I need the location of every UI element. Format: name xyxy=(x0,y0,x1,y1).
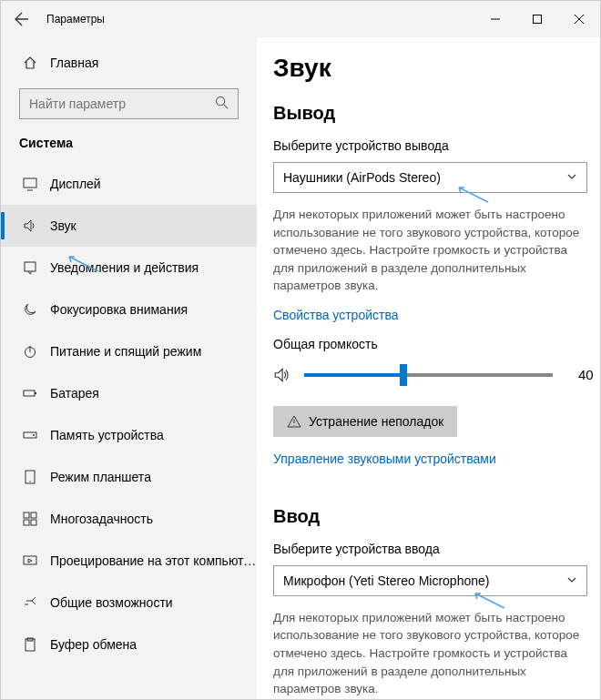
device-properties-link[interactable]: Свойства устройства xyxy=(273,308,399,322)
storage-icon xyxy=(19,428,41,442)
display-icon xyxy=(19,177,41,191)
svg-rect-5 xyxy=(24,391,35,396)
titlebar: Параметры xyxy=(1,1,600,37)
search-icon xyxy=(215,96,229,112)
maximize-icon xyxy=(533,15,542,24)
svg-point-10 xyxy=(29,481,30,482)
svg-rect-12 xyxy=(31,512,36,518)
home-label: Главная xyxy=(41,56,98,70)
multitask-icon xyxy=(19,512,41,526)
svg-rect-13 xyxy=(24,520,29,525)
project-icon xyxy=(19,553,41,568)
nav-sound[interactable]: Звук xyxy=(1,205,257,247)
nav-display[interactable]: Дисплей xyxy=(1,163,257,205)
close-icon xyxy=(575,15,584,24)
warning-icon xyxy=(287,414,301,429)
volume-value: 40 xyxy=(560,367,587,382)
sidebar: Главная Система Дисплей Звук Уведомления… xyxy=(1,37,257,700)
slider-fill xyxy=(304,373,403,377)
volume-icon[interactable] xyxy=(273,367,297,383)
svg-rect-3 xyxy=(25,262,36,271)
slider-thumb[interactable] xyxy=(400,364,407,386)
window-title: Параметры xyxy=(43,13,474,25)
input-device-dropdown[interactable]: Микрофон (Yeti Stereo Microphone) xyxy=(273,565,587,596)
svg-rect-14 xyxy=(31,520,36,525)
volume-slider[interactable] xyxy=(304,373,553,377)
search-box[interactable] xyxy=(19,88,239,119)
svg-point-8 xyxy=(33,434,35,436)
arrow-left-icon xyxy=(15,12,29,26)
volume-label: Общая громкость xyxy=(273,337,587,351)
output-device-value: Наушники (AirPods Stereo) xyxy=(283,170,441,185)
output-section: Вывод Выберите устройство вывода Наушник… xyxy=(273,103,584,481)
output-help-text: Для некоторых приложений может быть наст… xyxy=(273,206,587,295)
input-device-label: Выберите устройства ввода xyxy=(273,542,584,556)
output-heading: Вывод xyxy=(273,103,584,124)
nav-tablet[interactable]: Режим планшета xyxy=(1,456,257,498)
power-icon xyxy=(19,344,41,359)
nav-focus[interactable]: Фокусировка внимания xyxy=(1,289,257,330)
output-device-dropdown[interactable]: Наушники (AirPods Stereo) xyxy=(273,162,587,193)
svg-rect-2 xyxy=(24,178,36,188)
nav-multitask[interactable]: Многозадачность xyxy=(1,498,257,540)
manage-devices-link[interactable]: Управление звуковыми устройствами xyxy=(273,451,496,466)
clipboard-icon xyxy=(19,637,41,652)
battery-icon xyxy=(19,386,41,401)
volume-slider-row: 40 xyxy=(273,360,587,390)
back-button[interactable] xyxy=(1,1,43,37)
nav-project[interactable]: Проецирование на этот компьютер xyxy=(1,540,257,582)
input-help-text: Для некоторых приложений может быть наст… xyxy=(273,609,587,698)
content-pane: Звук Вывод Выберите устройство вывода На… xyxy=(257,37,600,700)
sound-icon xyxy=(19,218,41,233)
minimize-icon xyxy=(491,15,500,24)
tablet-icon xyxy=(19,470,41,484)
nav-clipboard[interactable]: Буфер обмена xyxy=(1,624,257,665)
category-header: Система xyxy=(1,136,257,163)
input-section: Ввод Выберите устройства ввода Микрофон … xyxy=(273,506,584,698)
shared-icon xyxy=(19,595,41,610)
nav-power[interactable]: Питание и спящий режим xyxy=(1,330,257,372)
output-device-label: Выберите устройство вывода xyxy=(273,138,584,153)
chevron-down-icon xyxy=(566,170,577,185)
input-heading: Ввод xyxy=(273,506,584,527)
notifications-icon xyxy=(19,260,41,275)
troubleshoot-button[interactable]: Устранение неполадок xyxy=(273,406,457,437)
search-input[interactable] xyxy=(29,96,215,111)
svg-rect-11 xyxy=(24,512,29,518)
input-device-value: Микрофон (Yeti Stereo Microphone) xyxy=(283,573,489,588)
svg-rect-0 xyxy=(534,15,542,24)
nav-battery[interactable]: Батарея xyxy=(1,372,257,414)
close-button[interactable] xyxy=(558,1,600,37)
svg-rect-6 xyxy=(35,392,36,394)
home-button[interactable]: Главная xyxy=(1,45,257,81)
nav-notifications[interactable]: Уведомления и действия xyxy=(1,247,257,289)
chevron-down-icon xyxy=(566,573,577,588)
focus-icon xyxy=(19,302,41,317)
page-title: Звук xyxy=(273,54,584,83)
nav-shared[interactable]: Общие возможности xyxy=(1,582,257,624)
minimize-button[interactable] xyxy=(474,1,516,37)
svg-point-1 xyxy=(216,96,224,105)
nav-storage[interactable]: Память устройства xyxy=(1,414,257,456)
maximize-button[interactable] xyxy=(516,1,558,37)
troubleshoot-label: Устранение неполадок xyxy=(309,414,443,429)
home-icon xyxy=(19,56,41,70)
